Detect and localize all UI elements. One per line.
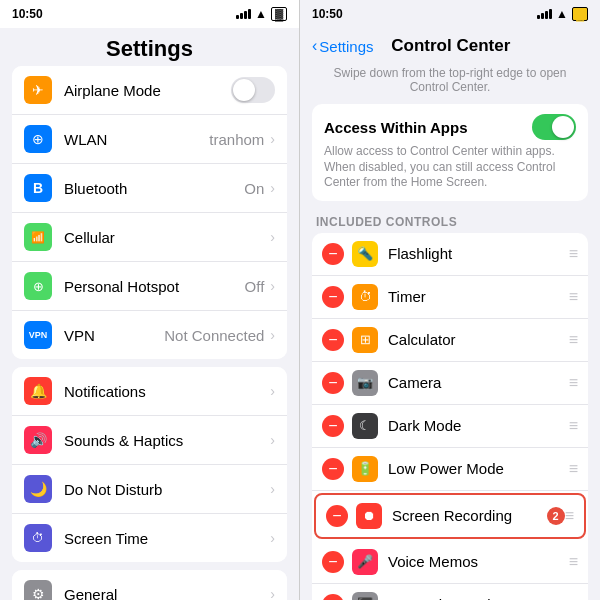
general-label: General	[64, 586, 270, 601]
remove-camera-btn[interactable]: −	[322, 372, 344, 394]
dnd-icon: 🌙	[24, 475, 52, 503]
remove-lowpower-btn[interactable]: −	[322, 458, 344, 480]
voicememos-row[interactable]: − 🎤 Voice Memos ≡	[312, 541, 588, 584]
included-section: − 🔦 Flashlight ≡ − ⏱ Timer ≡ − ⊞ Calcula…	[312, 233, 588, 600]
lowpower-icon: 🔋	[352, 456, 378, 482]
notifications-section: 🔔 Notifications › 🔊 Sounds & Haptics › 🌙…	[12, 367, 287, 562]
qrcode-label: QR Code Reader	[388, 596, 569, 600]
sounds-row[interactable]: 🔊 Sounds & Haptics ›	[12, 416, 287, 465]
bluetooth-row[interactable]: B Bluetooth On ›	[12, 164, 287, 213]
back-label: Settings	[319, 38, 373, 55]
remove-darkmode-btn[interactable]: −	[322, 415, 344, 437]
lowpower-label: Low Power Mode	[388, 460, 569, 477]
hotspot-row[interactable]: ⊕ Personal Hotspot Off ›	[12, 262, 287, 311]
general-row[interactable]: ⚙ General ›	[12, 570, 287, 600]
screenrecording-label: Screen Recording	[392, 507, 541, 524]
airplane-toggle[interactable]	[231, 77, 275, 103]
lowpower-drag-icon: ≡	[569, 460, 578, 478]
cellular-icon: 📶	[24, 223, 52, 251]
remove-voicememos-btn[interactable]: −	[322, 551, 344, 573]
flashlight-icon: 🔦	[352, 241, 378, 267]
dnd-label: Do Not Disturb	[64, 481, 270, 498]
cc-header: ‹ Settings Control Center Swipe down fro…	[300, 28, 600, 104]
bluetooth-value: On	[244, 180, 264, 197]
access-desc: Allow access to Control Center within ap…	[324, 144, 576, 191]
cc-list: INCLUDED CONTROLS − 🔦 Flashlight ≡ − ⏱ T…	[300, 209, 600, 600]
swipe-hint: Swipe down from the top-right edge to op…	[312, 60, 588, 100]
timer-icon: ⏱	[352, 284, 378, 310]
dnd-chevron: ›	[270, 481, 275, 497]
wlan-chevron: ›	[270, 131, 275, 147]
wifi-icon: ▲	[255, 7, 267, 21]
access-toggle[interactable]	[532, 114, 576, 140]
darkmode-label: Dark Mode	[388, 417, 569, 434]
network-section: ✈ Airplane Mode ⊕ WLAN tranhom › B Bluet…	[12, 66, 287, 359]
settings-title: Settings	[16, 36, 283, 62]
remove-timer-btn[interactable]: −	[322, 286, 344, 308]
flashlight-row[interactable]: − 🔦 Flashlight ≡	[312, 233, 588, 276]
general-icon: ⚙	[24, 580, 52, 600]
access-row: Access Within Apps	[324, 114, 576, 140]
sounds-chevron: ›	[270, 432, 275, 448]
general-chevron: ›	[270, 586, 275, 600]
lowpower-row[interactable]: − 🔋 Low Power Mode ≡	[312, 448, 588, 491]
back-button[interactable]: ‹ Settings	[312, 37, 374, 55]
notifications-icon: 🔔	[24, 377, 52, 405]
status-bar-right: 10:50 ▲ ▓	[300, 0, 600, 28]
timer-drag-icon: ≡	[569, 288, 578, 306]
status-icons-right: ▲ ▓	[537, 7, 588, 21]
time-left: 10:50	[12, 7, 43, 21]
screentime-label: Screen Time	[64, 530, 270, 547]
notifications-label: Notifications	[64, 383, 270, 400]
remove-calculator-btn[interactable]: −	[322, 329, 344, 351]
wlan-value: tranhom	[209, 131, 264, 148]
vpn-value: Not Connected	[164, 327, 264, 344]
screenrecording-icon: ⏺	[356, 503, 382, 529]
calculator-row[interactable]: − ⊞ Calculator ≡	[312, 319, 588, 362]
flashlight-label: Flashlight	[388, 245, 569, 262]
voicememos-drag-icon: ≡	[569, 553, 578, 571]
vpn-row[interactable]: VPN VPN Not Connected ›	[12, 311, 287, 359]
wlan-row[interactable]: ⊕ WLAN tranhom ›	[12, 115, 287, 164]
remove-flashlight-btn[interactable]: −	[322, 243, 344, 265]
remove-screenrecording-btn[interactable]: −	[326, 505, 348, 527]
camera-row[interactable]: − 📷 Camera ≡	[312, 362, 588, 405]
calculator-drag-icon: ≡	[569, 331, 578, 349]
sounds-label: Sounds & Haptics	[64, 432, 270, 449]
screentime-chevron: ›	[270, 530, 275, 546]
screentime-row[interactable]: ⏱ Screen Time ›	[12, 514, 287, 562]
airplane-icon: ✈	[24, 76, 52, 104]
timer-row[interactable]: − ⏱ Timer ≡	[312, 276, 588, 319]
signal-icon-right	[537, 9, 552, 19]
general-section: ⚙ General › ⊞ Control Center 1 › ☀ Displ…	[12, 570, 287, 600]
cellular-row[interactable]: 📶 Cellular ›	[12, 213, 287, 262]
right-panel: 10:50 ▲ ▓ ‹ Settings Control Center Swip…	[300, 0, 600, 600]
airplane-label: Airplane Mode	[64, 82, 231, 99]
voicememos-label: Voice Memos	[388, 553, 569, 570]
qrcode-row[interactable]: − ⬛ QR Code Reader ≡	[312, 584, 588, 600]
notifications-row[interactable]: 🔔 Notifications ›	[12, 367, 287, 416]
sounds-icon: 🔊	[24, 426, 52, 454]
calculator-label: Calculator	[388, 331, 569, 348]
wifi-row-icon: ⊕	[24, 125, 52, 153]
vpn-chevron: ›	[270, 327, 275, 343]
bluetooth-chevron: ›	[270, 180, 275, 196]
bluetooth-icon: B	[24, 174, 52, 202]
darkmode-drag-icon: ≡	[569, 417, 578, 435]
access-label: Access Within Apps	[324, 119, 532, 136]
screenrecording-row[interactable]: − ⏺ Screen Recording 2 ≡	[314, 493, 586, 539]
time-right: 10:50	[312, 7, 343, 21]
back-chevron-icon: ‹	[312, 37, 317, 55]
dnd-row[interactable]: 🌙 Do Not Disturb ›	[12, 465, 287, 514]
left-panel: 10:50 ▲ ▓ Settings ✈ Airplane Mode	[0, 0, 300, 600]
wifi-icon-right: ▲	[556, 7, 568, 21]
camera-drag-icon: ≡	[569, 374, 578, 392]
included-label: INCLUDED CONTROLS	[300, 209, 600, 233]
notifications-chevron: ›	[270, 383, 275, 399]
darkmode-row[interactable]: − ☾ Dark Mode ≡	[312, 405, 588, 448]
remove-qrcode-btn[interactable]: −	[322, 594, 344, 600]
camera-icon: 📷	[352, 370, 378, 396]
cellular-chevron: ›	[270, 229, 275, 245]
hotspot-label: Personal Hotspot	[64, 278, 245, 295]
airplane-mode-row[interactable]: ✈ Airplane Mode	[12, 66, 287, 115]
